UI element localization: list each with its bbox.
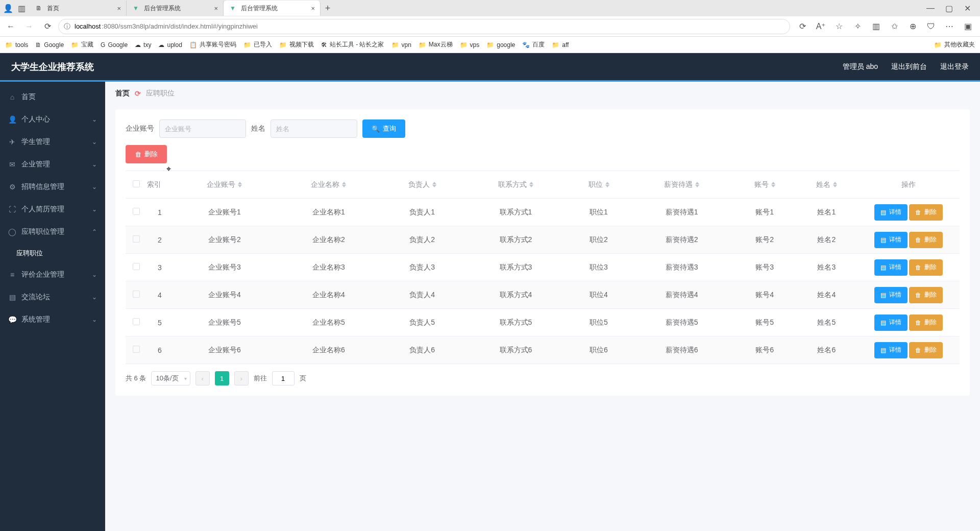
browser-tab[interactable]: 🗎 首页 × [30,1,127,16]
close-icon[interactable]: × [311,5,315,12]
more-icon[interactable]: ⋯ [944,21,954,31]
bookmark-item[interactable]: 📁vpn [391,41,411,49]
favicon-page-icon: 🗎 [35,4,43,12]
folder-icon: 📁 [279,41,287,49]
bookmark-item[interactable]: 🐾 百度 [522,40,545,49]
browser-tab-active[interactable]: ▼ 后台管理系统 × [224,1,321,16]
reload-button[interactable]: ⟳ [40,19,55,34]
url-rest: :8080/ssm3n8lp/admin/dist/index.html#/yi… [102,22,258,30]
bookmark-item[interactable]: 📁aff [552,41,569,49]
app-root: 大学生企业推荐系统 管理员 abo 退出到前台 退出登录 ⌂首页 👤个人中心⌄ … [0,53,980,54]
maximize-button[interactable]: ▢ [944,4,953,13]
downloads-icon[interactable]: ⊕ [908,21,918,31]
sidebar-icon[interactable]: ▥ [16,3,27,13]
back-button[interactable]: ← [3,19,18,34]
close-icon[interactable]: × [214,5,218,12]
bookmark-item[interactable]: 📁tools [5,41,28,49]
url-host: localhost [75,22,101,30]
read-aloud-icon[interactable]: A⁺ [816,21,826,31]
bookmark-item[interactable]: 📋 共享账号密码 [189,40,236,49]
folder-icon: 📁 [5,41,13,49]
bookmark-item[interactable]: 📁vps [460,41,480,49]
window-controls: — ▢ ✕ [926,4,977,13]
panel-icon[interactable]: ▣ [963,21,973,31]
collections-icon[interactable]: ✩ [889,21,899,31]
bookmark-item[interactable]: 📁视频下载 [279,40,314,49]
app-header: 大学生企业推荐系统 管理员 abo 退出到前台 退出登录 [0,53,980,54]
folder-icon: 📁 [243,41,251,49]
other-bookmarks[interactable]: 📁其他收藏夹 [934,40,975,49]
address-bar[interactable]: ⓘ localhost :8080/ssm3n8lp/admin/dist/in… [58,19,790,34]
bookmarks-bar: 📁tools 🗎 Google 📁宝藏 G Google ☁ txy ☁ upl… [0,37,980,53]
folder-icon: 📁 [71,41,79,49]
close-window-button[interactable]: ✕ [963,4,972,13]
bookmark-item[interactable]: 📁宝藏 [71,40,93,49]
folder-icon: 📁 [552,41,559,49]
bookmark-item[interactable]: 🗎 Google [35,41,64,49]
new-tab-button[interactable]: + [321,1,335,15]
browser-tab[interactable]: ▼ 后台管理系统 × [127,1,224,16]
minimize-button[interactable]: — [926,4,935,13]
browser-tab-row: 👤 ▥ 🗎 首页 × ▼ 后台管理系统 × ▼ 后台管理系统 × + — ▢ ✕ [0,0,980,16]
forward-button[interactable]: → [21,19,37,34]
toolbar-icons: ⟳ A⁺ ☆ ✧ ▥ ✩ ⊕ 🛡 ⋯ ▣ [793,21,977,31]
folder-icon: 📁 [460,41,468,49]
shield-icon[interactable]: 🛡 [926,22,936,31]
browser-chrome: 👤 ▥ 🗎 首页 × ▼ 后台管理系统 × ▼ 后台管理系统 × + — ▢ ✕… [0,0,980,54]
bookmark-item[interactable]: 📁google [486,41,515,49]
extensions-icon[interactable]: ✧ [852,21,863,31]
bookmark-item[interactable]: ☁ txy [135,41,151,49]
browser-toolbar: ← → ⟳ ⓘ localhost :8080/ssm3n8lp/admin/d… [0,16,980,37]
tab-title: 后台管理系统 [144,4,181,13]
bookmark-item[interactable]: 📁Max云梯 [419,40,453,49]
favorite-icon[interactable]: ☆ [834,21,844,31]
tab-title: 首页 [47,4,59,13]
favicon-vue-icon: ▼ [229,4,237,12]
tab-title: 后台管理系统 [241,4,278,13]
bookmark-item[interactable]: ☁ uplod [158,41,182,49]
folder-icon: 📁 [419,41,426,49]
folder-icon: 📁 [391,41,399,49]
folder-icon: 📁 [486,41,494,49]
folder-icon: 📁 [934,41,942,49]
favicon-vue-icon: ▼ [132,4,140,12]
profile-icon[interactable]: 👤 [3,3,13,13]
bookmark-item[interactable]: 🛠 站长工具 - 站长之家 [321,40,384,49]
bookmark-item[interactable]: G Google [101,41,128,49]
site-info-icon[interactable]: ⓘ [64,22,70,31]
sync-icon[interactable]: ⟳ [797,21,807,31]
split-icon[interactable]: ▥ [871,21,881,31]
bookmark-item[interactable]: 📁已导入 [243,40,272,49]
close-icon[interactable]: × [117,5,121,12]
